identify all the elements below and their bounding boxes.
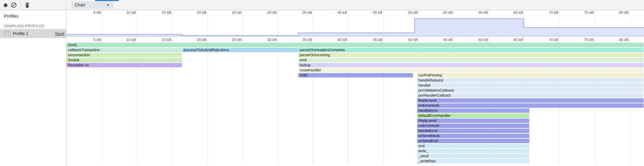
- save-profile-link[interactable]: Save: [55, 31, 65, 36]
- flame-bar[interactable]: processTicksAndRejections: [182, 48, 298, 52]
- tick-label: 15 kB: [150, 38, 171, 42]
- flame-bar[interactable]: onSendEnd: [417, 139, 529, 143]
- profile-list-item[interactable]: Profile 1 Save: [0, 29, 67, 38]
- trash-icon: [25, 2, 30, 8]
- flame-bar[interactable]: Socket: [67, 58, 182, 62]
- tick-label: 30 kB: [255, 10, 277, 14]
- clear-icon: [11, 2, 16, 8]
- delete-profile-button[interactable]: [24, 0, 31, 10]
- tick-label: 30 kB: [255, 38, 277, 42]
- flame-bar[interactable]: Reply.send: [417, 119, 529, 123]
- tick-label: 50 kB: [396, 38, 418, 42]
- tick-label: 40 kB: [326, 10, 347, 14]
- tick-label: 5 kB: [79, 38, 101, 42]
- memory-overview-graph[interactable]: [67, 15, 644, 36]
- overview-ruler: 5 kB10 kB15 kB20 kB25 kB30 kB35 kB40 kB4…: [67, 10, 644, 15]
- flame-bar[interactable]: onErrorHook: [417, 124, 529, 128]
- flame-chart-area[interactable]: 5 kB10 kB15 kB20 kB25 kB30 kB35 kB40 kB4…: [67, 10, 644, 166]
- tick-label: 25 kB: [220, 10, 241, 14]
- flame-graph: (root)callbackTrampolineprocessTicksAndR…: [67, 43, 644, 164]
- tick-label: 35 kB: [291, 38, 312, 42]
- flame-bar[interactable]: write_: [417, 149, 529, 153]
- flame-bar[interactable]: parserOnHeadersComplete: [298, 48, 644, 52]
- flame-bar[interactable]: Reply.send: [417, 98, 644, 103]
- tick-label: 55 kB: [431, 38, 453, 42]
- flame-bar[interactable]: Readable.on: [67, 63, 182, 67]
- tick-label: 50 kB: [396, 10, 418, 14]
- profiles-sidebar: Profiles SAMPLING PROFILES Profile 1 Sav…: [0, 10, 67, 166]
- flame-bar[interactable]: handler: [417, 83, 644, 88]
- flame-bar[interactable]: callbackTrampoline: [67, 48, 182, 52]
- flame-bar[interactable]: lookup: [298, 63, 644, 67]
- tick-label: 35 kB: [291, 10, 312, 14]
- profiler-toolbar: Chart: [0, 0, 644, 10]
- tick-label: 70 kB: [537, 10, 558, 14]
- flame-bar[interactable]: onSendHook: [417, 134, 529, 138]
- tick-label: 60 kB: [466, 10, 488, 14]
- view-mode-dropdown[interactable]: Chart: [71, 1, 113, 9]
- tick-label: 40 kB: [326, 38, 347, 42]
- tick-label: 25 kB: [220, 38, 241, 42]
- tick-label: 80 kB: [607, 38, 629, 42]
- flame-bar[interactable]: end: [417, 144, 529, 148]
- sidebar-title: Profiles: [4, 13, 18, 19]
- devtools-profiler-panel: Chart Profiles SAMPLING PROFILES Profile…: [0, 0, 644, 166]
- clear-button[interactable]: [10, 0, 17, 10]
- flame-bar[interactable]: _writeRaw: [417, 159, 529, 163]
- flame-bar[interactable]: handleError: [417, 129, 529, 133]
- chevron-down-icon: [107, 4, 109, 6]
- tick-label: 70 kB: [537, 38, 558, 42]
- tick-label: 75 kB: [572, 38, 594, 42]
- flame-bar[interactable]: emit: [298, 58, 644, 62]
- flame-bar[interactable]: preValidationCallback: [417, 88, 644, 93]
- flame-bar[interactable]: onErrorHook: [417, 103, 644, 108]
- tick-label: 45 kB: [361, 38, 382, 42]
- sidebar-divider[interactable]: [66, 1, 67, 166]
- record-button[interactable]: [2, 0, 9, 10]
- flame-bar[interactable]: onconnection: [67, 53, 182, 57]
- flame-bar[interactable]: runPreParsing: [417, 73, 644, 77]
- tick-label: 10 kB: [114, 38, 136, 42]
- flame-bar[interactable]: child: [298, 73, 413, 77]
- tick-label: 75 kB: [572, 10, 594, 14]
- active-tab-indicator: [95, 0, 119, 1]
- profile-grid-icon: [4, 31, 10, 36]
- profile-name: Profile 1: [13, 31, 28, 36]
- tick-label: 5 kB: [79, 10, 101, 14]
- tick-label: 15 kB: [150, 10, 171, 14]
- detail-ruler: 5 kB10 kB15 kB20 kB25 kB30 kB35 kB40 kB4…: [67, 36, 644, 43]
- flame-bar[interactable]: defaultErrorHandler: [417, 113, 529, 118]
- tick-label: 65 kB: [501, 10, 523, 14]
- tick-label: 45 kB: [361, 10, 382, 14]
- tick-label: 20 kB: [185, 10, 206, 14]
- tick-label: 20 kB: [185, 38, 206, 42]
- flame-bar[interactable]: handleError: [417, 108, 529, 113]
- tick-label: 65 kB: [501, 38, 523, 42]
- sampling-profiles-header: SAMPLING PROFILES: [4, 24, 44, 28]
- flame-bar[interactable]: handleRequest: [417, 78, 644, 82]
- flame-bar[interactable]: routeHandler: [298, 68, 644, 72]
- tick-label: 10 kB: [114, 10, 136, 14]
- flame-bar[interactable]: _send: [417, 154, 529, 158]
- tick-label: 55 kB: [431, 10, 453, 14]
- view-mode-selected: Chart: [71, 3, 85, 7]
- tick-label: 60 kB: [466, 38, 488, 42]
- flame-bar[interactable]: parserOnIncoming: [298, 53, 644, 57]
- record-icon: [4, 3, 7, 7]
- toolbar-separator: [21, 2, 21, 8]
- flame-bar[interactable]: preHandlerCallback: [417, 93, 644, 98]
- flame-bar[interactable]: (root): [67, 43, 644, 47]
- tick-label: 80 kB: [607, 10, 629, 14]
